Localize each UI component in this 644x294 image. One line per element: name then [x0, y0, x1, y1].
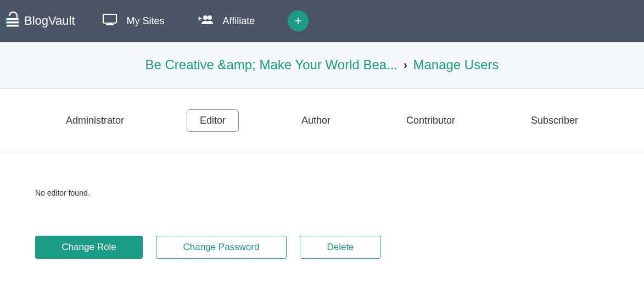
header: BlogVault My Sites + Affiliate + — [0, 0, 644, 42]
content-area: No editor found. Change Role Change Pass… — [0, 153, 644, 259]
add-button[interactable]: + — [288, 10, 309, 31]
role-tabs: Administrator Editor Author Contributor … — [0, 88, 644, 153]
tab-subscriber[interactable]: Subscriber — [518, 109, 591, 132]
svg-point-9 — [208, 15, 212, 20]
change-role-button[interactable]: Change Role — [35, 236, 143, 259]
tab-contributor[interactable]: Contributor — [393, 109, 468, 132]
logo-text: BlogVault — [24, 14, 75, 28]
monitor-icon — [103, 14, 117, 29]
svg-rect-0 — [7, 18, 19, 20]
action-buttons: Change Role Change Password Delete — [35, 236, 609, 259]
group-add-icon: + — [198, 15, 213, 27]
empty-message: No editor found. — [35, 188, 609, 197]
svg-point-8 — [203, 15, 208, 20]
svg-rect-4 — [103, 14, 116, 23]
tab-administrator[interactable]: Administrator — [53, 109, 137, 132]
svg-rect-5 — [108, 23, 112, 24]
svg-rect-1 — [7, 21, 19, 24]
svg-rect-6 — [106, 24, 114, 25]
logo[interactable]: BlogVault — [5, 12, 75, 30]
svg-rect-2 — [7, 25, 19, 27]
nav-item-label: My Sites — [127, 15, 165, 27]
delete-button[interactable]: Delete — [300, 236, 381, 259]
lock-stack-icon — [5, 12, 20, 30]
svg-rect-3 — [5, 18, 7, 27]
chevron-right-icon: › — [404, 58, 407, 72]
nav-item-label: Affiliate — [223, 15, 255, 27]
plus-icon: + — [295, 14, 302, 28]
nav-affiliate[interactable]: + Affiliate — [198, 15, 255, 27]
nav-my-sites[interactable]: My Sites — [103, 14, 165, 29]
change-password-button[interactable]: Change Password — [156, 236, 287, 259]
breadcrumb-page-link[interactable]: Manage Users — [413, 57, 499, 72]
tab-author[interactable]: Author — [288, 109, 344, 132]
svg-text:+: + — [198, 15, 202, 23]
breadcrumb-site-link[interactable]: Be Creative &amp; Make Your World Bea... — [145, 57, 397, 72]
tab-editor[interactable]: Editor — [187, 109, 239, 132]
breadcrumb: Be Creative &amp; Make Your World Bea...… — [0, 42, 644, 88]
